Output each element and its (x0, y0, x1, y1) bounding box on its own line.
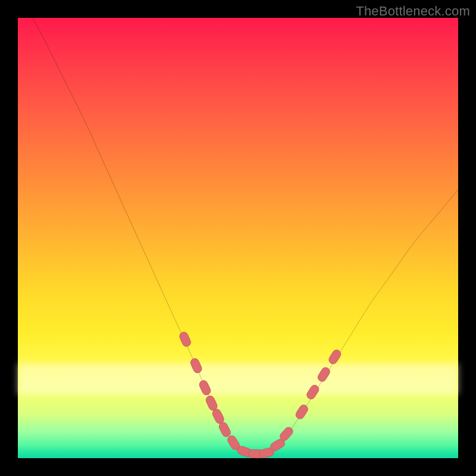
chart-frame: TheBottleneck.com (0, 0, 476, 476)
chart-svg (18, 18, 458, 458)
watermark-text: TheBottleneck.com (356, 4, 470, 19)
plot-area (18, 18, 458, 458)
curve-marker (189, 357, 203, 374)
curve-marker (178, 331, 192, 348)
curve-marker (305, 384, 320, 401)
curve-marker (327, 348, 342, 365)
curve-marker (295, 403, 309, 421)
bottleneck-curve (18, 0, 458, 454)
curve-marker (198, 379, 212, 396)
marker-group (178, 331, 343, 459)
curve-marker (317, 366, 331, 383)
